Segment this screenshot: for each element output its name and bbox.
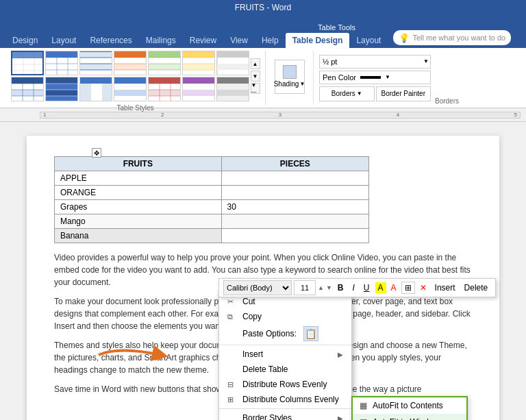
scroll-down-btn[interactable]: ▼: [251, 71, 260, 82]
border-painter-button[interactable]: Border Painter: [376, 86, 431, 101]
table-row: Mango: [55, 214, 369, 229]
font-family-select[interactable]: Calibri (Body): [223, 280, 292, 295]
svg-rect-15: [80, 51, 112, 58]
ctx-insert[interactable]: Insert ▶: [219, 347, 351, 362]
tab-mailings[interactable]: Mailings: [139, 33, 183, 48]
autofit-contents-item[interactable]: ▦ AutoFit to Contents: [353, 397, 466, 414]
svg-rect-16: [80, 64, 112, 70]
table-move-handle[interactable]: ✥: [92, 148, 101, 158]
tab-design[interactable]: Design: [5, 33, 45, 48]
lightbulb-icon: 💡: [399, 33, 410, 43]
size-increment-btn[interactable]: ▲: [318, 284, 324, 291]
svg-rect-32: [183, 51, 215, 58]
distribute-rows-icon: ⊟: [227, 380, 238, 389]
shading-button[interactable]: Shading ▼: [275, 60, 305, 94]
pen-color-button[interactable]: Pen Color ▼: [319, 71, 431, 84]
table-style-3[interactable]: [79, 51, 112, 75]
border-weight-select[interactable]: ½ pt ▼: [319, 55, 431, 69]
table-style-11[interactable]: [114, 77, 147, 101]
insert-mini-btn[interactable]: Insert: [431, 282, 459, 294]
paste-icon-btn[interactable]: 📋: [303, 326, 318, 341]
table-cell-grapes[interactable]: Grapes: [55, 200, 222, 214]
table-cell-banana[interactable]: Banana: [55, 229, 222, 243]
delete-table-icon[interactable]: ✕: [417, 282, 429, 293]
table-style-13[interactable]: [182, 77, 215, 101]
shading-label: Shading: [274, 80, 299, 88]
document-page: ✥ FRUITS PIECES APPLE ORANGE Grap: [27, 136, 499, 420]
delete-mini-btn[interactable]: Delete: [461, 282, 492, 294]
table-style-8[interactable]: [11, 77, 44, 101]
table-row: Banana: [55, 229, 369, 243]
border-painter-label: Border Painter: [381, 90, 425, 97]
svg-rect-74: [217, 90, 249, 96]
table-style-12[interactable]: [148, 77, 181, 101]
annotation-arrow: [92, 343, 160, 363]
table-cell-apple-qty[interactable]: [221, 171, 368, 186]
table-style-9[interactable]: [45, 77, 78, 101]
borders-label: Borders: [331, 90, 355, 97]
table-cell-mango[interactable]: Mango: [55, 214, 222, 229]
shading-dropdown-arrow[interactable]: ▼: [299, 81, 305, 87]
ctx-paste-options[interactable]: Paste Options: 📋: [219, 324, 351, 343]
ctx-sep-2: [219, 408, 351, 409]
table-style-4[interactable]: [114, 51, 147, 75]
ctx-border-styles[interactable]: Border Styles ▶: [219, 410, 351, 420]
pen-color-row: Pen Color ▼: [319, 71, 431, 84]
tab-references[interactable]: References: [83, 33, 138, 48]
table-style-10[interactable]: [79, 77, 112, 101]
ctx-delete-table[interactable]: Delete Table: [219, 362, 351, 377]
svg-rect-63: [149, 90, 181, 96]
ctx-paste-label: Paste Options:: [242, 329, 297, 338]
scroll-up-btn[interactable]: ▲: [251, 58, 260, 69]
table-cell-orange[interactable]: ORANGE: [55, 186, 222, 200]
ctx-copy[interactable]: ⧉ Copy: [219, 309, 351, 324]
borders-dropdown-arrow[interactable]: ▼: [357, 90, 362, 97]
table-style-14[interactable]: [216, 77, 249, 101]
ctx-distribute-cols[interactable]: ⊞ Distribute Columns Evenly: [219, 392, 351, 407]
tell-me-text[interactable]: Tell me what you want to do: [412, 34, 505, 42]
more-styles-btn[interactable]: ▼—: [251, 83, 260, 94]
italic-button[interactable]: I: [349, 282, 358, 294]
table-cell-banana-qty[interactable]: [221, 229, 368, 243]
ctx-distribute-rows[interactable]: ⊟ Distribute Rows Evenly: [219, 377, 351, 392]
tab-table-layout[interactable]: Layout: [349, 33, 388, 48]
borders-button[interactable]: Borders ▼: [319, 86, 375, 101]
table-style-1[interactable]: [11, 51, 44, 75]
table-cell-mango-qty[interactable]: [221, 214, 368, 229]
table-cell-apple[interactable]: APPLE: [55, 171, 222, 186]
table-style-5[interactable]: [148, 51, 181, 75]
tab-view[interactable]: View: [223, 33, 255, 48]
font-size-input[interactable]: [294, 280, 316, 295]
font-color-button[interactable]: A: [388, 282, 399, 293]
mini-toolbar: Calibri (Body) ▲ ▼ B I U A A ⊞ ✕ Insert …: [218, 278, 496, 297]
highlight-button[interactable]: A: [375, 282, 386, 293]
autofit-window-icon: ▦: [360, 417, 367, 420]
table-style-2[interactable]: [45, 51, 78, 75]
pen-color-dropdown-icon[interactable]: ▼: [385, 74, 390, 80]
table-row: APPLE: [55, 171, 369, 186]
table-style-6[interactable]: [182, 51, 215, 75]
insert-table-icon[interactable]: ⊞: [401, 282, 415, 294]
tab-review[interactable]: Review: [183, 33, 223, 48]
autofit-contents-icon: ▦: [360, 401, 367, 410]
size-decrement-btn[interactable]: ▼: [326, 284, 332, 291]
document-area: ✥ FRUITS PIECES APPLE ORANGE Grap: [0, 122, 526, 420]
bold-button[interactable]: B: [334, 282, 347, 294]
svg-rect-33: [183, 64, 215, 70]
svg-rect-60: [114, 96, 147, 101]
distribute-cols-icon: ⊞: [227, 395, 238, 404]
table-row: Grapes 30: [55, 200, 369, 214]
table-styles-label: Table Styles: [117, 101, 154, 112]
underline-button[interactable]: U: [360, 282, 373, 294]
table-style-7[interactable]: [216, 51, 249, 75]
autofit-window-item[interactable]: ▦ AutoFit to Window: [353, 414, 466, 420]
tab-layout[interactable]: Layout: [45, 33, 83, 48]
tab-table-design[interactable]: Table Design: [286, 33, 350, 48]
tab-help[interactable]: Help: [255, 33, 286, 48]
table-cell-orange-qty[interactable]: [221, 186, 368, 200]
svg-rect-23: [114, 64, 147, 70]
ctx-distribute-cols-label: Distribute Columns Evenly: [242, 395, 339, 404]
ribbon-top: Design Layout References Mailings Review…: [0, 15, 526, 48]
autofit-window-label: AutoFit to Window: [373, 417, 439, 420]
table-cell-grapes-qty[interactable]: 30: [221, 200, 368, 214]
